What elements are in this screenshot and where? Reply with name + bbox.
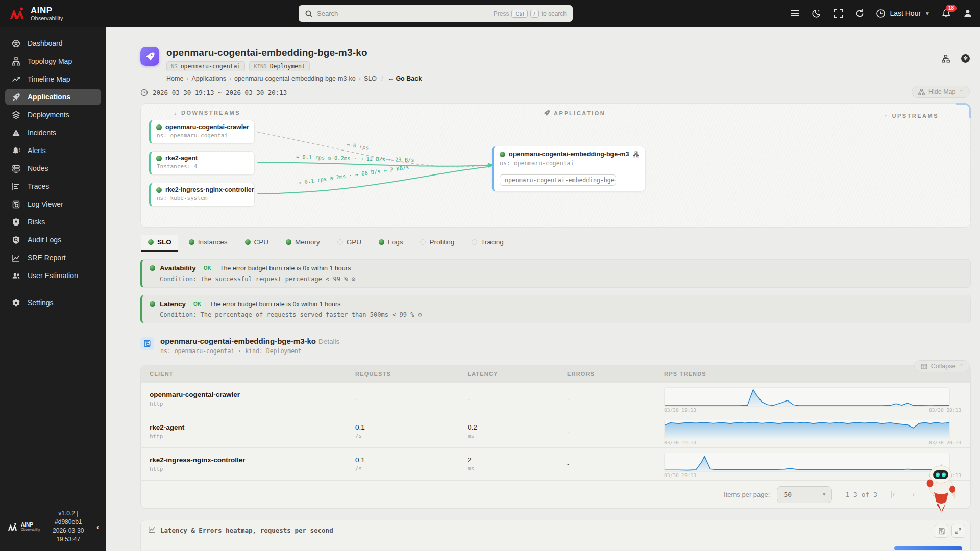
last-page-button[interactable]: ›|: [952, 490, 956, 498]
sidebar-footer: AINPObservability v1.0.2 | #d980eb1 2026…: [0, 504, 106, 551]
downstream-node-nginx[interactable]: rke2-ingress-nginx-controller ns: kube-s…: [149, 183, 255, 207]
brand-logo: AINP Observability: [0, 6, 106, 21]
status-dot: [156, 187, 162, 193]
menu-icon[interactable]: [790, 8, 800, 18]
collapse-button[interactable]: Collapse ⌃: [914, 360, 970, 372]
heatmap-panel: Latency & Errors heatmap, requests per s…: [140, 520, 971, 550]
heatmap-scroll-thumb[interactable]: [894, 546, 962, 550]
chevron-down-icon: ▼: [823, 492, 825, 497]
next-page-button[interactable]: ›: [932, 490, 935, 498]
per-page-select[interactable]: 50▼: [777, 486, 832, 503]
tab-tracing[interactable]: Tracing: [465, 235, 510, 252]
breadcrumb-applications[interactable]: Applications: [192, 75, 226, 82]
topology-map-panel: ↓DOWNSTREAMS APPLICATION ↑UPSTREAMS ↠ 0 …: [140, 103, 971, 228]
tab-cpu[interactable]: CPU: [238, 235, 276, 252]
sidebar-item-timeline-map[interactable]: Timeline Map: [5, 71, 101, 87]
prev-page-button[interactable]: ‹: [912, 490, 915, 498]
table-row[interactable]: openmaru-cogentai-crawlerhttp - - - 03/3…: [141, 382, 970, 415]
clients-table: CLIENT REQUESTS LATENCY ERRORS RPS TREND…: [140, 365, 971, 509]
slo-card-availability: Availability OK The error budget burn ra…: [140, 259, 971, 288]
sidebar-item-label: Risks: [28, 218, 45, 226]
shield-lock-icon: [11, 217, 20, 227]
build-timestamp: 2026-03-30 19:53:47: [44, 527, 92, 544]
gear-icon: [11, 298, 20, 307]
sidebar-item-label: Settings: [28, 298, 54, 307]
chevron-up-icon: ⌃: [959, 364, 963, 369]
breadcrumb-home[interactable]: Home: [166, 75, 183, 82]
sidebar-collapse-icon[interactable]: ‹: [96, 522, 101, 531]
breadcrumb-app-name[interactable]: openmaru-cogentai-embedding-bge-m3-ko: [234, 75, 356, 82]
topology-view-icon[interactable]: [942, 55, 950, 63]
gear-icon[interactable]: ⚙: [351, 275, 355, 283]
status-badge: OK: [201, 264, 214, 272]
tab-memory[interactable]: Memory: [279, 235, 327, 252]
tab-logs[interactable]: Logs: [372, 235, 409, 252]
refresh-icon[interactable]: [854, 8, 865, 18]
kubernetes-icon[interactable]: ✻: [961, 54, 970, 63]
sidebar-item-label: Deployments: [28, 111, 69, 119]
sidebar-item-traces[interactable]: Traces: [5, 178, 101, 194]
first-page-button[interactable]: |‹: [891, 490, 895, 498]
table-row[interactable]: rke2-agenthttp 0.1/s 0.2ms - 03/30 19:13…: [141, 415, 970, 447]
search-icon: [305, 10, 313, 18]
sidebar-item-topology-map[interactable]: Topology Map: [5, 53, 101, 69]
sidebar-item-audit-logs[interactable]: Audit Logs: [5, 232, 101, 248]
tab-slo[interactable]: SLO: [141, 235, 178, 252]
pagination-bar: Items per page: 50▼ 1–3 of 3 |‹ ‹ › ›|: [141, 480, 970, 508]
table-row[interactable]: rke2-ingress-nginx-controllerhttp 0.1/s …: [141, 447, 970, 480]
global-search[interactable]: Press Ctrl / to search: [299, 5, 573, 22]
sidebar-item-label: Topology Map: [28, 57, 72, 65]
sidebar-item-user-estimation[interactable]: User Estimation: [5, 267, 101, 284]
shield-search-icon: [11, 235, 20, 244]
gear-icon[interactable]: ⚙: [418, 311, 422, 318]
details-title: openmaru-cogentai-embedding-bge-m3-ko: [160, 337, 316, 345]
hide-map-button[interactable]: Hide Map ⌃: [912, 86, 970, 98]
tab-gpu[interactable]: GPU: [331, 235, 368, 252]
expand-icon[interactable]: [951, 524, 965, 538]
notification-badge: 18: [946, 5, 957, 12]
warning-icon: [11, 128, 20, 137]
main-content: openmaru-cogentai-embedding-bge-m3-ko NS…: [106, 27, 980, 551]
col-client: CLIENT: [141, 371, 355, 377]
tab-profiling[interactable]: Profiling: [413, 235, 461, 252]
sidebar-item-sre-report[interactable]: SRE Report: [5, 249, 101, 266]
tab-instances[interactable]: Instances: [182, 235, 234, 252]
sidebar-item-nodes[interactable]: Nodes: [5, 160, 101, 177]
sidebar-item-alerts[interactable]: Alerts: [5, 142, 101, 159]
sidebar-item-log-viewer[interactable]: Log Viewer: [5, 196, 101, 212]
status-dot: [500, 152, 505, 157]
heatmap-title: Latency & Errors heatmap, requests per s…: [160, 527, 333, 534]
go-back-link[interactable]: ← Go Back: [387, 75, 422, 82]
sidebar-item-incidents[interactable]: Incidents: [5, 124, 101, 141]
sidebar-item-dashboard[interactable]: Dashboard: [5, 35, 101, 52]
time-range-selector[interactable]: Last Hour ▼: [876, 9, 930, 18]
sidebar-item-label: User Estimation: [28, 271, 78, 280]
status-dot: [150, 265, 155, 271]
downstream-node-rke2-agent[interactable]: rke2-agent Instances: 4: [149, 151, 255, 175]
dark-mode-icon[interactable]: [812, 8, 822, 18]
bell-icon: [11, 146, 20, 155]
workload-chip[interactable]: openmaru-cogentai-embedding-bge-…: [500, 174, 616, 186]
sidebar-item-settings[interactable]: Settings: [5, 294, 101, 311]
heatmap-inspect-button[interactable]: [935, 524, 948, 538]
sidebar-item-deployments[interactable]: Deployments: [5, 107, 101, 123]
sidebar-item-applications[interactable]: Applications: [5, 89, 101, 105]
brand-name: AINP: [31, 6, 63, 16]
search-hint-post: to search: [542, 10, 567, 17]
sidebar-item-risks[interactable]: Risks: [5, 214, 101, 230]
trend-start-label: 03/30 19:13: [664, 472, 696, 478]
notifications-button[interactable]: 18: [941, 8, 951, 18]
status-dot: [420, 239, 426, 245]
status-badge: OK: [190, 300, 204, 308]
application-node[interactable]: openmaru-cogentai-embedding-bge-m3-ko ns…: [492, 146, 646, 192]
search-hint-pre: Press: [494, 10, 509, 17]
status-dot: [379, 239, 384, 245]
user-avatar[interactable]: [963, 8, 973, 18]
sidebar-item-label: Dashboard: [28, 39, 63, 47]
report-chart-icon: [11, 253, 20, 262]
downstream-node-crawler[interactable]: openmaru-cogentai-crawler ns: openmaru-c…: [149, 120, 255, 144]
table-icon: [921, 363, 927, 370]
fullscreen-icon[interactable]: [833, 8, 843, 18]
search-input[interactable]: [317, 10, 489, 17]
chevron-up-icon: ⌃: [959, 89, 963, 94]
